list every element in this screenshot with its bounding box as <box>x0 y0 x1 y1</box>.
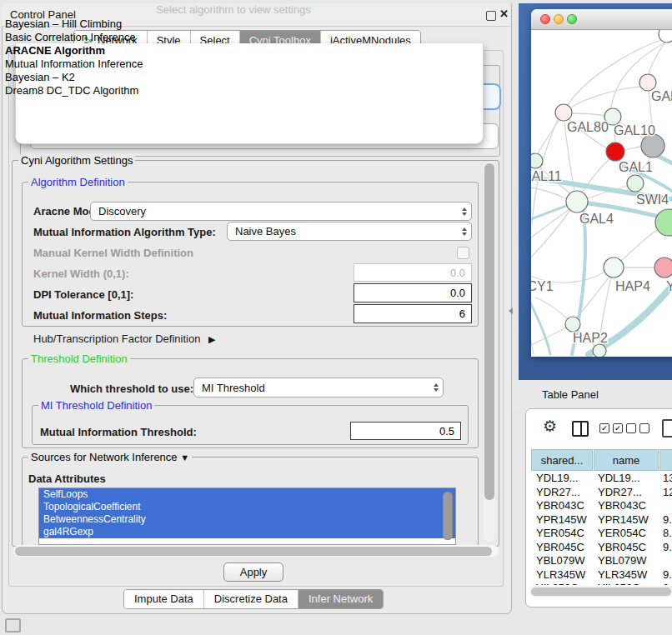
bottom-tab-infer-network[interactable]: Infer Network <box>298 590 383 608</box>
table-row[interactable]: YBR045CYBR045C9. <box>531 541 672 555</box>
network-window[interactable]: GALGAL80GAL10GAL1GAL11SWI4GAL4GCY1HAP4YH… <box>531 9 672 357</box>
node-label: HAP2 <box>573 331 608 345</box>
network-node-y[interactable] <box>654 258 672 278</box>
table-cell: YBR043C <box>593 499 658 513</box>
network-edge[interactable] <box>535 298 568 319</box>
select-all-icon[interactable]: ✓ ✓ <box>599 423 623 433</box>
mi-threshold-field[interactable]: 0.5 <box>350 422 461 440</box>
network-edge[interactable] <box>572 113 604 116</box>
network-edge[interactable] <box>649 40 666 74</box>
kernel-width-field[interactable]: 0.0 <box>354 263 472 282</box>
combo-arrows-icon <box>462 208 467 216</box>
node-label: GAL10 <box>614 123 655 138</box>
settings-vertical-scrollbar-thumb[interactable] <box>484 163 494 500</box>
network-edge[interactable] <box>624 147 641 150</box>
close-window-icon[interactable] <box>540 14 550 24</box>
network-node-swi4[interactable] <box>627 175 644 192</box>
bottom-tab-discretize-data[interactable]: Discretize Data <box>203 590 298 608</box>
table-row[interactable]: YBR043CYBR043C <box>531 499 672 513</box>
network-edge[interactable] <box>571 87 640 108</box>
which-threshold-combobox[interactable]: MI Threshold <box>193 378 444 398</box>
close-panel-icon[interactable]: ✕ <box>499 8 509 20</box>
table-horizontal-scrollbar-thumb[interactable] <box>531 588 671 596</box>
algorithm-option[interactable]: Bayesian – K2 <box>3 71 464 84</box>
minimize-window-icon[interactable] <box>554 14 564 24</box>
table-cell: 9. <box>658 541 672 555</box>
attribute-item[interactable]: TopologicalCoefficient <box>39 501 455 513</box>
network-node-hap2[interactable] <box>565 317 580 332</box>
table-cell: 12 <box>658 486 672 500</box>
node-label: SWI4 <box>636 192 669 207</box>
table-row[interactable]: YIL052CYIL052C0 <box>531 582 672 585</box>
network-node[interactable] <box>641 134 664 158</box>
gear-icon[interactable]: ⚙ <box>543 418 557 435</box>
expander-collapsed-icon[interactable]: ▶ <box>208 334 215 344</box>
network-edge[interactable] <box>531 209 569 238</box>
new-table-icon[interactable] <box>662 419 672 438</box>
network-node[interactable] <box>593 344 606 357</box>
network-node-gal80[interactable] <box>555 104 572 121</box>
zoom-window-icon[interactable] <box>567 14 577 24</box>
network-node-hap4[interactable] <box>604 258 624 278</box>
split-columns-icon[interactable] <box>572 421 589 437</box>
attribute-item[interactable]: SelfLoops <box>39 488 455 501</box>
network-node[interactable] <box>655 209 672 236</box>
bottom-tab-impute-data[interactable]: Impute Data <box>124 590 203 608</box>
algorithm-option[interactable]: Dream8 DC_TDC Algorithm <box>3 84 464 98</box>
aracne-mode-combobox[interactable]: Discovery <box>90 202 472 221</box>
column-header[interactable] <box>659 449 672 471</box>
mi-steps-field[interactable]: 6 <box>354 304 472 323</box>
panel-splitter-handle[interactable] <box>509 308 513 314</box>
manual-kernel-checkbox[interactable] <box>457 247 469 259</box>
data-attributes-list[interactable]: SelfLoopsTopologicalCoefficientBetweenne… <box>38 488 456 545</box>
network-edge[interactable] <box>531 205 569 219</box>
table-cell: 8. <box>658 527 672 541</box>
column-header[interactable]: shared... <box>531 449 593 471</box>
panel-toggle-icon[interactable] <box>5 618 21 632</box>
hub-section-label[interactable]: Hub/Transcription Factor Definition ▶ <box>33 332 215 345</box>
attribute-item[interactable]: BetweennessCentrality <box>39 513 455 526</box>
algorithm-option[interactable]: ARACNE Algorithm <box>3 44 464 58</box>
network-edge[interactable] <box>621 229 658 261</box>
mi-type-combobox[interactable]: Naive Bayes <box>227 222 472 241</box>
network-node-gal4[interactable] <box>566 191 588 212</box>
node-label: GAL <box>651 89 672 103</box>
table-row[interactable]: YDR27...YDR27...12 <box>531 486 672 500</box>
dpi-tolerance-field[interactable]: 0.0 <box>354 283 472 302</box>
algorithm-option[interactable]: Mutual Information Inference <box>3 58 464 71</box>
network-edge[interactable] <box>531 328 566 345</box>
expander-expanded-icon[interactable]: ▼ <box>180 452 189 462</box>
network-node-gal11[interactable] <box>531 153 543 168</box>
table-cell: YIL052C <box>531 582 593 585</box>
algorithm-dropdown-placeholder: Select algorithm to view settings <box>0 3 467 16</box>
unchecked-box-icon <box>626 423 636 433</box>
attribute-item[interactable]: gal4RGexp <box>39 526 455 538</box>
table-row[interactable]: YBL079WYBL079W <box>531 554 672 568</box>
table-row[interactable]: YER054CYER054C8. <box>531 527 672 541</box>
column-header[interactable]: name <box>594 449 659 471</box>
aracne-mode-value: Discovery <box>98 205 146 218</box>
settings-horizontal-scrollbar-thumb[interactable] <box>15 547 492 556</box>
table-cell: YPR145W <box>531 513 593 528</box>
table-horizontal-scrollbar[interactable] <box>529 586 672 597</box>
network-canvas[interactable]: GALGAL80GAL10GAL1GAL11SWI4GAL4GCY1HAP4YH… <box>531 30 672 357</box>
float-panel-icon[interactable] <box>486 11 496 21</box>
table-panel-title: Table Panel <box>542 388 599 401</box>
table-row[interactable]: YLR345WYLR345W9. <box>531 568 672 582</box>
network-window-titlebar[interactable] <box>531 9 672 30</box>
deselect-all-icon[interactable] <box>626 423 649 433</box>
algorithm-option[interactable]: Basic Correlation Inference <box>3 31 464 44</box>
apply-button[interactable]: Apply <box>223 562 283 582</box>
table-cell: 13 <box>658 472 672 486</box>
attr-list-scrollbar[interactable] <box>443 492 453 540</box>
algorithm-option[interactable]: Bayesian – Hill Climbing <box>3 18 464 31</box>
network-desktop: GALGAL80GAL10GAL1GAL11SWI4GAL4GCY1HAP4YH… <box>519 3 672 380</box>
table-body: YDL19...YDL19...13YDR27...YDR27...12YBR0… <box>531 472 672 585</box>
network-edge[interactable] <box>538 118 560 153</box>
table-row[interactable]: YPR145WYPR145W9. <box>531 513 672 528</box>
network-node-gal1[interactable] <box>606 142 624 161</box>
table-cell: 0 <box>658 582 672 585</box>
cyni-algorithm-settings-title: Cyni Algorithm Settings <box>18 154 135 167</box>
table-row[interactable]: YDL19...YDL19...13 <box>531 472 672 486</box>
network-node-gal[interactable] <box>639 74 656 91</box>
